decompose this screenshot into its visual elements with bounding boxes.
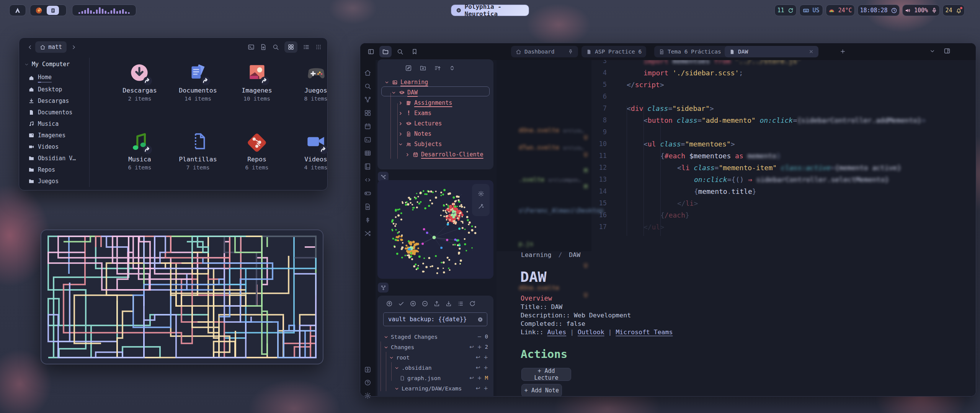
collapse-all-button[interactable] [449,65,456,72]
new-note-button[interactable] [405,65,412,72]
explorer-item-learning[interactable]: Learning [384,78,428,87]
add-note-button[interactable]: + Add Note [521,384,562,396]
volume-widget[interactable]: 100% [902,5,940,16]
ribbon-vault-button[interactable] [360,366,375,373]
sidebar-item-home[interactable]: Home [28,73,52,83]
ribbon-book-button[interactable] [360,163,375,170]
unstage-all-button[interactable] [421,300,428,307]
ribbon-home-button[interactable] [360,69,375,76]
git-row-staged-changes[interactable]: Staged Changes [384,332,438,341]
ribbon-dollar-button[interactable] [360,216,375,224]
files-button[interactable] [379,46,392,57]
keyboard-layout-widget[interactable]: US [799,5,823,16]
ribbon-help-button[interactable] [360,379,375,386]
notifications-widget[interactable]: 24 [942,5,965,16]
new-file-button[interactable] [260,44,267,50]
stage-all-button[interactable] [410,300,416,307]
right-sidebar-toggle[interactable] [944,47,951,54]
sidebar-toggle-button[interactable] [365,46,377,57]
note-link-aules[interactable]: Aules [547,328,567,336]
tab-list-button[interactable] [929,48,935,54]
sidebar-item-musica[interactable]: Musica [28,119,59,129]
folder-tile-documentos[interactable]: Documentos 14 items [169,62,227,102]
graph-filter-button[interactable] [478,203,484,210]
sidebar-item-desktop[interactable]: Desktop [28,85,62,94]
folder-tile-imagenes[interactable]: Imagenes 10 items [228,62,286,102]
tab-tema-6-pr-cticas-[interactable]: Tema 6 Prácticas -… [654,46,736,57]
tab-asp-practice-6[interactable]: ASP Practice 6 [581,46,646,57]
list-view-button[interactable] [303,44,310,50]
commit-button[interactable] [398,300,405,307]
push-button[interactable] [433,300,440,307]
explorer-item-lectures[interactable]: Lectures [398,119,442,128]
tab-daw[interactable]: DAW [725,46,818,57]
commit-message-input[interactable] [387,315,477,323]
updates-widget[interactable]: 11 [774,5,797,16]
search-button[interactable] [394,46,406,57]
sidebar-section-header[interactable]: My Computer [24,61,70,68]
note-breadcrumb[interactable]: Learning / DAW [521,251,580,259]
ribbon-shuffle-button[interactable] [360,230,375,237]
folder-tile-juegos[interactable]: Juegos 8 items [287,62,345,102]
ribbon-code-button[interactable] [360,176,375,184]
commit-sync-button[interactable] [386,300,393,307]
git-row-changes[interactable]: Changes [384,343,414,352]
terminal-button[interactable] [248,44,255,50]
editor-app-icon[interactable] [47,6,59,15]
git-row-graph.json[interactable]: graph.json [400,374,441,383]
git-row-learning-daw-exams[interactable]: Learning/DAW/Exams [394,384,462,393]
graph-settings-button[interactable] [478,190,484,197]
git-row-.obsidian[interactable]: .obsidian [394,363,432,372]
explorer-item-exams[interactable]: !Exams [398,109,431,118]
sidebar-item-descargas[interactable]: Descargas [28,96,69,106]
new-folder-button[interactable] [420,65,426,72]
note-link-outlook[interactable]: Outlook [578,328,604,336]
weather-widget[interactable]: 24°C [826,5,855,16]
ribbon-layout-button[interactable] [360,109,375,117]
note-link-microsoft-teams[interactable]: Microsoft Teams [616,328,673,336]
sidebar-item-videos[interactable]: Videos [28,142,59,152]
folder-tile-repos[interactable]: Repos 6 items [228,130,286,171]
new-tab-button[interactable] [840,48,846,55]
refresh-button[interactable] [469,300,476,307]
folder-tile-descargas[interactable]: Descargas 2 items [111,62,168,102]
sidebar-item-obsidian-v-[interactable]: Obsidian V… [28,153,76,163]
ribbon-terminal-button[interactable] [360,136,375,143]
git-row-actions[interactable]: ↩ + [476,364,488,371]
git-row-actions[interactable]: ↩ + [476,385,488,391]
source-control-tab[interactable] [378,283,389,293]
clock-widget[interactable]: 18:08:28 [858,5,900,16]
ribbon-git-graph-button[interactable] [360,96,375,103]
folder-tile-musica[interactable]: Musica 6 items [111,130,168,171]
explorer-item-subjects[interactable]: Subjects [398,140,442,149]
back-button[interactable] [24,44,35,50]
breadcrumb[interactable]: matt [35,41,67,53]
forward-button[interactable] [68,44,79,50]
git-row-root[interactable]: root [389,353,410,362]
git-row-actions[interactable]: −0 [477,333,488,340]
bookmark-button[interactable] [408,46,421,57]
sidebar-item-juegos[interactable]: Juegos [28,176,59,186]
change-list-button[interactable] [457,300,464,307]
ribbon-file-badge-button[interactable] [360,203,375,210]
folder-tile-plantillas[interactable]: Plantillas 7 items [169,130,227,171]
explorer-item-assignments[interactable]: Assignments [398,98,452,107]
git-row-actions[interactable]: ↩ +2 [469,344,488,350]
ribbon-gamepad-button[interactable] [360,190,375,197]
explorer-item-notes[interactable]: Notes [398,129,431,138]
ribbon-search-button[interactable] [360,83,375,90]
ribbon-calendar-button[interactable] [360,123,375,130]
git-row-actions[interactable]: ↩ + [476,354,488,360]
sidebar-item-imagenes[interactable]: Imagenes [28,130,65,140]
git-row-actions[interactable]: ↩ +M [469,375,488,381]
explorer-item-daw[interactable]: DAW [391,88,418,97]
sort-button[interactable] [434,65,441,72]
tab-dashboard[interactable]: Dashboard [511,46,578,57]
explorer-item-desarrollo-cliente[interactable]: Desarrollo-Cliente [405,150,483,159]
search-button[interactable] [272,44,279,50]
folder-tile-videos[interactable]: Videos 4 items [287,130,345,171]
pull-button[interactable] [445,300,452,307]
launcher-button[interactable] [9,5,26,16]
now-playing-widget[interactable]: Polyphia - Neurotica [451,5,529,16]
clear-input-icon[interactable] [477,317,483,322]
